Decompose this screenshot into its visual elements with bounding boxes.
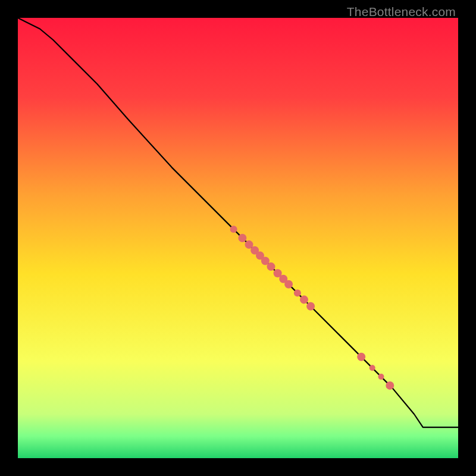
data-point [238,234,246,242]
data-point [369,365,375,371]
data-point [284,280,293,289]
data-point [306,302,315,311]
watermark-text: TheBottleneck.com [347,5,456,19]
data-point [357,353,365,361]
chart-frame: TheBottleneck.com [0,0,476,476]
data-point [300,296,308,304]
chart-svg [18,18,458,458]
data-point [230,226,237,233]
data-point [378,374,384,380]
plot-area [18,18,458,458]
gradient-background [18,18,458,458]
data-point [294,290,301,297]
data-point [386,381,394,390]
data-point [267,262,275,271]
